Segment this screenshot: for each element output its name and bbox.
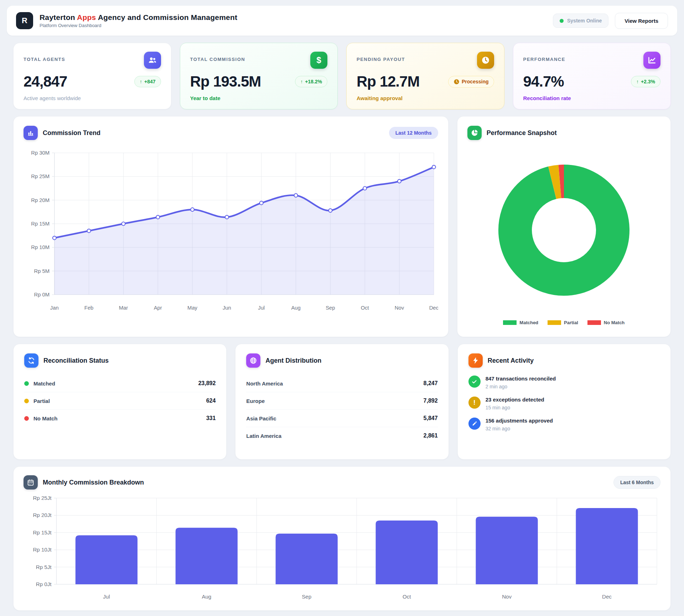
- reconciliation-status-card: Reconciliation Status Matched 23,892 Par…: [13, 344, 227, 460]
- edit-icon: [468, 418, 481, 430]
- check-icon: [468, 376, 481, 388]
- svg-text:Apr: Apr: [154, 305, 162, 311]
- trend-up-icon: ↑: [140, 79, 142, 84]
- stat-card-total-commission: TOTAL COMMISSION $ Rp 193.5M ↑ +18.2% Ye…: [180, 43, 338, 109]
- activity-item: 156 adjustments approved 32 min ago: [468, 418, 660, 431]
- svg-text:Feb: Feb: [84, 305, 93, 311]
- svg-text:Rp 0Jt: Rp 0Jt: [36, 581, 52, 587]
- svg-text:Jul: Jul: [103, 594, 110, 600]
- svg-text:Dec: Dec: [602, 594, 612, 600]
- chart-line-icon: [643, 52, 660, 69]
- svg-text:Rp 10Jt: Rp 10Jt: [33, 547, 52, 553]
- performance-donut-chart: [498, 164, 630, 296]
- activity-item: ! 23 exceptions detected 15 min ago: [468, 397, 660, 410]
- online-dot-icon: [560, 19, 564, 23]
- performance-snapshot-card: Performance Snapshot Matched Partial No …: [457, 116, 671, 337]
- section-title: Recent Activity: [488, 357, 534, 364]
- legend-swatch-partial: [548, 320, 561, 325]
- stat-card-performance: PERFORMANCE 94.7% ↑ +2.3% Reconciliation…: [513, 43, 671, 109]
- legend-item-matched: Matched: [503, 320, 538, 325]
- svg-text:Sep: Sep: [302, 594, 311, 600]
- exclamation-icon: !: [468, 397, 481, 409]
- stat-caption: Active agents worldwide: [24, 95, 161, 101]
- svg-text:Aug: Aug: [291, 305, 300, 311]
- section-title: Reconciliation Status: [43, 357, 109, 364]
- bar-chart-icon: [24, 126, 38, 140]
- agent-distribution-card: Agent Distribution North America 8,247 E…: [235, 344, 449, 460]
- monthly-breakdown-card: Monthly Commission Breakdown Last 6 Mont…: [13, 466, 671, 611]
- svg-text:Rp 5M: Rp 5M: [34, 268, 50, 274]
- svg-text:Jul: Jul: [258, 305, 265, 311]
- svg-text:Rp 15Jt: Rp 15Jt: [33, 529, 52, 535]
- activity-item: 847 transactions reconciled 2 min ago: [468, 376, 660, 389]
- section-title: Monthly Commission Breakdown: [43, 479, 144, 486]
- legend-swatch-no-match: [587, 320, 601, 325]
- stat-label: PERFORMANCE: [523, 57, 565, 62]
- svg-text:Oct: Oct: [361, 305, 369, 311]
- status-row-partial: Partial 624: [24, 392, 216, 410]
- svg-text:Rp 30M: Rp 30M: [31, 150, 50, 156]
- region-row: Europe 7,892: [246, 392, 437, 410]
- partial-dot-icon: [24, 399, 29, 403]
- legend-item-partial: Partial: [548, 320, 578, 325]
- svg-text:Rp 0M: Rp 0M: [34, 292, 50, 297]
- svg-text:Rp 20M: Rp 20M: [31, 197, 50, 203]
- stat-value: Rp 193.5M: [190, 73, 261, 90]
- period-filter-12-months[interactable]: Last 12 Months: [389, 127, 438, 139]
- calendar-icon: [24, 475, 38, 490]
- section-title: Performance Snapshot: [487, 129, 557, 137]
- stat-caption: Awaiting approval: [357, 95, 494, 101]
- commission-trend-chart: Rp 0MRp 5MRp 10MRp 15MRp 20MRp 25MRp 30M…: [24, 145, 438, 325]
- svg-text:Rp 20Jt: Rp 20Jt: [33, 512, 52, 518]
- status-row-no-match: No Match 331: [24, 410, 216, 427]
- region-row: Latin America 2,861: [246, 427, 437, 444]
- app-logo: R: [16, 12, 33, 29]
- svg-text:Rp 5Jt: Rp 5Jt: [36, 564, 52, 570]
- status-row-matched: Matched 23,892: [24, 375, 216, 392]
- globe-icon: [246, 353, 260, 368]
- dollar-icon: $: [310, 52, 327, 69]
- svg-text:Mar: Mar: [119, 305, 128, 311]
- region-row: North America 8,247: [246, 375, 437, 392]
- pie-chart-icon: [467, 126, 482, 140]
- clock-icon: [477, 52, 494, 69]
- svg-text:Jun: Jun: [223, 305, 231, 311]
- stat-value: 24,847: [24, 73, 67, 90]
- svg-text:Aug: Aug: [202, 594, 211, 600]
- stat-caption: Year to date: [190, 95, 328, 101]
- trend-up-icon: ↑: [300, 79, 303, 84]
- stat-label: TOTAL COMMISSION: [190, 57, 245, 62]
- page-title: Rayterton Apps Agency and Commission Man…: [40, 13, 237, 22]
- period-filter-6-months[interactable]: Last 6 Months: [613, 476, 660, 489]
- svg-text:Rp 10M: Rp 10M: [31, 244, 50, 250]
- processing-badge: Processing: [448, 76, 494, 88]
- brand-highlight: Apps: [77, 13, 96, 21]
- stat-card-pending-payout: PENDING PAYOUT Rp 12.7M Processing: [346, 43, 504, 109]
- system-status-badge: System Online: [553, 14, 608, 28]
- region-row: Asia Pacific 5,847: [246, 410, 437, 427]
- app-header: R Rayterton Apps Agency and Commission M…: [7, 6, 677, 36]
- stat-label: PENDING PAYOUT: [357, 57, 405, 62]
- view-reports-button[interactable]: View Reports: [615, 13, 668, 29]
- svg-text:Dec: Dec: [429, 305, 438, 311]
- donut-legend: Matched Partial No Match: [467, 320, 660, 327]
- stat-trend-badge: ↑ +18.2%: [295, 76, 327, 87]
- legend-swatch-matched: [503, 320, 517, 325]
- no-match-dot-icon: [24, 416, 29, 421]
- svg-text:Oct: Oct: [403, 594, 411, 600]
- trend-up-icon: ↑: [636, 79, 639, 84]
- svg-text:Nov: Nov: [502, 594, 512, 600]
- users-icon: [144, 52, 161, 69]
- svg-text:Jan: Jan: [50, 305, 59, 311]
- clock-small-icon: [454, 79, 460, 85]
- stats-row: TOTAL AGENTS 24,847 ↑ +847 Active agents…: [13, 43, 671, 109]
- stat-value: Rp 12.7M: [357, 73, 419, 90]
- svg-text:Rp 15M: Rp 15M: [31, 221, 50, 227]
- monthly-bar-chart: Rp 0JtRp 5JtRp 10JtRp 15JtRp 20JtRp 25Jt…: [24, 495, 660, 603]
- stat-value: 94.7%: [523, 73, 564, 90]
- bolt-icon: [468, 353, 483, 368]
- svg-text:May: May: [187, 305, 197, 311]
- svg-text:Rp 25Jt: Rp 25Jt: [33, 495, 52, 501]
- section-title: Agent Distribution: [265, 357, 321, 364]
- commission-trend-card: Commission Trend Last 12 Months Rp 0MRp …: [13, 116, 449, 337]
